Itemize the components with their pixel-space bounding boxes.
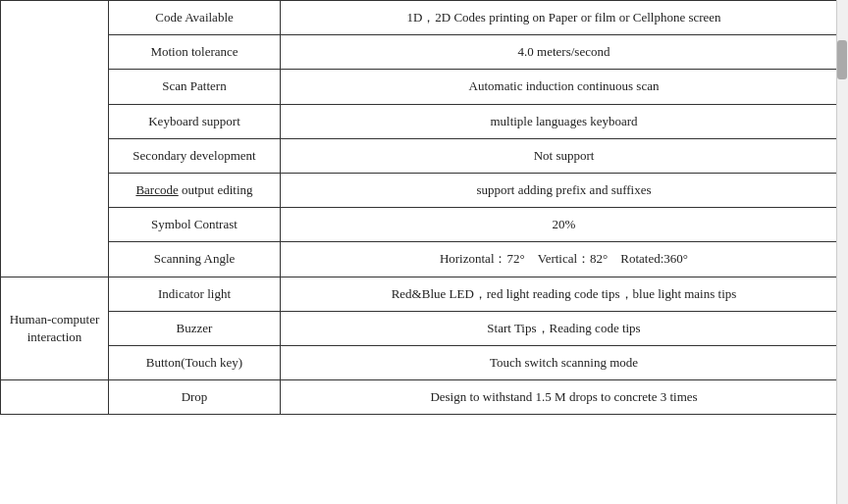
label-cell: Scan Pattern [109,70,281,104]
value-cell: 4.0 meters/second [281,35,848,70]
label-cell: Scanning Angle [109,242,281,277]
page-wrapper: Code Available1D，2D Codes printing on Pa… [0,0,848,415]
value-cell: support adding prefix and suffixes [281,173,848,207]
category-cell [1,380,109,415]
table-row: BuzzerStart Tips，Reading code tips [1,311,848,345]
scrollbar-track[interactable] [836,0,848,504]
label-cell: Drop [109,380,281,415]
label-cell: Button(Touch key) [109,345,281,379]
value-cell: Start Tips，Reading code tips [281,311,848,345]
value-cell: Horizontal：72° Vertical：82° Rotated:360° [281,242,848,277]
label-cell: Code Available [109,1,281,35]
label-cell: Indicator light [109,277,281,311]
value-cell: multiple languages keyboard [281,104,848,138]
label-cell: Motion tolerance [109,35,281,70]
value-cell: 1D，2D Codes printing on Paper or film or… [281,1,848,35]
label-cell: Barcode output editing [109,173,281,207]
value-cell: Not support [281,138,848,173]
value-cell: 20% [281,208,848,242]
table-row: Symbol Contrast20% [1,208,848,242]
table-row: Motion tolerance4.0 meters/second [1,35,848,70]
label-cell: Symbol Contrast [109,208,281,242]
table-row: Barcode output editingsupport adding pre… [1,173,848,207]
barcode-underline: Barcode [135,182,178,197]
value-cell: Design to withstand 1.5 M drops to concr… [281,380,848,415]
table-row: Button(Touch key)Touch switch scanning m… [1,345,848,379]
label-cell: Secondary development [109,138,281,173]
label-cell: Keyboard support [109,104,281,138]
category-cell [1,1,109,277]
table-row: Scanning AngleHorizontal：72° Vertical：82… [1,242,848,277]
table-row: Human-computer interactionIndicator ligh… [1,277,848,311]
scrollbar-thumb[interactable] [837,40,847,79]
table-row: Keyboard supportmultiple languages keybo… [1,104,848,138]
category-cell: Human-computer interaction [1,277,109,380]
value-cell: Red&Blue LED，red light reading code tips… [281,277,848,311]
specs-table: Code Available1D，2D Codes printing on Pa… [0,0,848,415]
value-cell: Touch switch scanning mode [281,345,848,379]
table-row: Secondary developmentNot support [1,138,848,173]
label-cell: Buzzer [109,311,281,345]
table-row: Code Available1D，2D Codes printing on Pa… [1,1,848,35]
table-row: DropDesign to withstand 1.5 M drops to c… [1,380,848,415]
value-cell: Automatic induction continuous scan [281,70,848,104]
table-row: Scan PatternAutomatic induction continuo… [1,70,848,104]
